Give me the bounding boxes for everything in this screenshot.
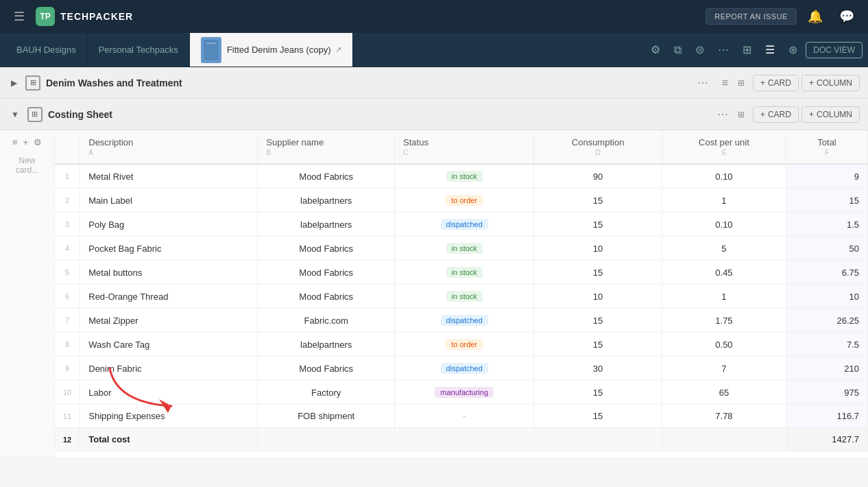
tab-fitted-denim[interactable]: Fitted Denim Jeans (copy) ↗ [190,33,353,67]
cell-description[interactable]: Total cost [80,428,258,451]
sidebar-add-button[interactable]: + [22,136,30,149]
cell-consumption[interactable]: 15 [534,189,662,213]
cell-status[interactable]: in stock [395,164,534,189]
cell-status[interactable]: in stock [395,237,534,261]
settings-button[interactable]: ⚙ [645,40,666,59]
status-badge: in stock [446,267,483,278]
tab-label: Personal Techpacks [99,45,178,55]
section-menu-button-costing-sheet[interactable]: ⋯ [713,106,732,122]
filter-button[interactable]: ⊜ [690,40,710,59]
cell-status[interactable]: to order [395,333,534,357]
sidebar-settings-button[interactable]: ⚙ [32,136,43,149]
message-icon: 💬 [839,10,854,23]
add-column-button-costing-sheet[interactable]: + COLUMN [801,106,860,123]
add-card-button-denim-washes[interactable]: + CARD [753,75,799,91]
cell-description[interactable]: Pocket Bag Fabric [80,237,258,261]
cell-consumption[interactable]: 15 [534,309,662,333]
cell-supplier[interactable]: Mood Fabrics [258,237,395,261]
cell-consumption[interactable]: 15 [534,213,662,237]
layers-button[interactable]: ⊛ [783,40,803,59]
tab-personal-techpacks[interactable]: Personal Techpacks [88,33,190,67]
costing-table-wrap: Description A Supplier name B Status C [55,130,868,457]
cell-description[interactable]: Metal Zipper [80,309,258,333]
cell-description[interactable]: Poly Bag [80,213,258,237]
cell-supplier[interactable]: Mood Fabrics [258,357,395,381]
cell-consumption[interactable]: 15 [534,333,662,357]
cell-status[interactable]: manufacturing [395,381,534,405]
cell-cost-per-unit[interactable] [662,428,786,451]
sidebar-list-button[interactable]: ≡ [11,136,19,149]
cell-status[interactable]: dispatched [395,213,534,237]
cell-cost-per-unit[interactable]: 1 [662,189,786,213]
hamburger-button[interactable]: ☰ [8,6,30,27]
notifications-button[interactable]: 🔔 [802,6,828,27]
cell-description[interactable]: Shipping Expenses [80,405,258,428]
cell-cost-per-unit[interactable]: 0.10 [662,164,786,189]
cell-consumption[interactable] [534,428,662,451]
cell-supplier[interactable]: Mood Fabrics [258,261,395,285]
cell-description[interactable]: Main Label [80,189,258,213]
table-row: 5Metal buttonsMood Fabricsin stock150.45… [55,261,868,285]
cell-cost-per-unit[interactable]: 5 [662,237,786,261]
cell-consumption[interactable]: 10 [534,237,662,261]
cell-status[interactable]: in stock [395,285,534,309]
cell-cost-per-unit[interactable]: 65 [662,381,786,405]
cell-status[interactable]: dispatched [395,309,534,333]
cell-description[interactable]: Metal buttons [80,261,258,285]
list-view-button[interactable]: ☰ [760,40,780,59]
collapse-button-denim-washes[interactable]: ▶ [8,77,20,89]
columns-toggle-costing-sheet[interactable]: ⊞ [738,110,745,119]
cell-description[interactable]: Metal Rivet [80,164,258,189]
cell-description[interactable]: Labor [80,381,258,405]
cell-supplier[interactable] [258,428,395,451]
cell-supplier[interactable]: Factory [258,381,395,405]
cell-description[interactable]: Wash Care Tag [80,333,258,357]
cell-supplier[interactable]: Mood Fabrics [258,285,395,309]
messages-button[interactable]: 💬 [834,6,860,27]
add-card-button-costing-sheet[interactable]: + CARD [753,106,799,123]
cell-supplier[interactable]: Fabric.com [258,309,395,333]
cell-supplier[interactable]: labelpartners [258,189,395,213]
cell-cost-per-unit[interactable]: 1 [662,285,786,309]
cell-cost-per-unit[interactable]: 7.78 [662,405,786,428]
cell-status[interactable]: - [395,405,534,428]
cell-cost-per-unit[interactable]: 7 [662,357,786,381]
cell-status[interactable] [395,428,534,451]
grid-view-button[interactable]: ⊞ [737,40,757,59]
cell-supplier[interactable]: Mood Fabrics [258,164,395,189]
cell-cost-per-unit[interactable]: 1.75 [662,309,786,333]
add-column-button-denim-washes[interactable]: + COLUMN [801,75,860,91]
cell-supplier[interactable]: FOB shipment [258,405,395,428]
tab-bauh-designs[interactable]: BAUH Designs [5,33,88,67]
sidebar-tools: ≡ + ⚙ [11,136,43,149]
table-row: 4Pocket Bag FabricMood Fabricsin stock10… [55,237,868,261]
cell-consumption[interactable]: 30 [534,357,662,381]
cell-cost-per-unit[interactable]: 0.50 [662,333,786,357]
section-menu-button-denim-washes[interactable]: ⋯ [693,75,712,91]
add-column-label: COLUMN [817,78,852,88]
cell-consumption[interactable]: 15 [534,261,662,285]
col-header-consumption: Consumption D [534,130,662,164]
table-row: 12Total cost1427.7 [55,428,868,451]
collapse-button-costing-sheet[interactable]: ▼ [8,108,22,121]
cell-description[interactable]: Denim Fabric [80,357,258,381]
cell-consumption[interactable]: 10 [534,285,662,309]
copy-button[interactable]: ⧉ [668,41,687,59]
cell-status[interactable]: to order [395,189,534,213]
cell-consumption[interactable]: 15 [534,381,662,405]
more-options-button[interactable]: ⋯ [712,40,734,59]
cell-supplier[interactable]: labelpartners [258,333,395,357]
report-issue-button[interactable]: REPORT AN ISSUE [706,8,797,25]
cell-status[interactable]: dispatched [395,357,534,381]
cell-consumption[interactable]: 15 [534,405,662,428]
cell-row-num: 2 [55,189,80,213]
cell-supplier[interactable]: labelpartners [258,213,395,237]
cell-status[interactable]: in stock [395,261,534,285]
cell-cost-per-unit[interactable]: 0.45 [662,261,786,285]
cell-consumption[interactable]: 90 [534,164,662,189]
section-list-button-denim-washes[interactable]: ≡ [718,75,732,91]
cell-description[interactable]: Red-Orange Thread [80,285,258,309]
cell-cost-per-unit[interactable]: 0.10 [662,213,786,237]
doc-view-button[interactable]: DOC VIEW [806,42,863,58]
new-card-input[interactable]: New card... [3,153,51,178]
